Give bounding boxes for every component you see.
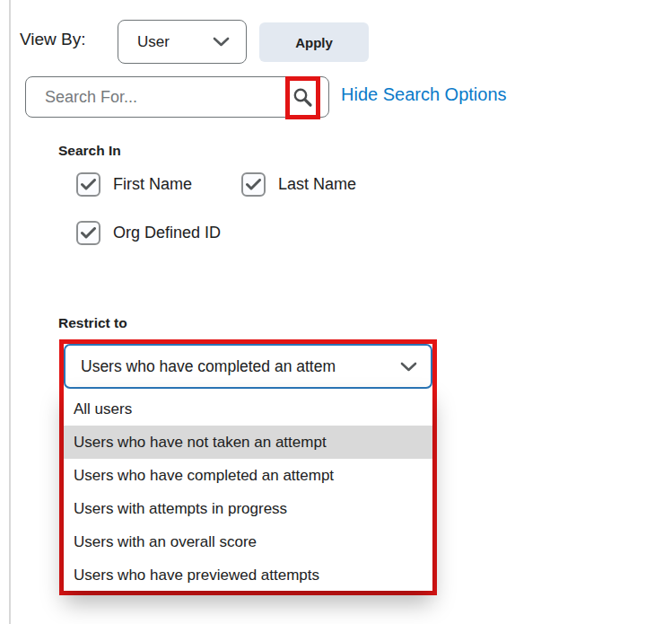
- checkmark-icon: [246, 179, 261, 190]
- dropdown-option[interactable]: Users with attempts in progress: [64, 492, 432, 525]
- checkbox-label: First Name: [113, 175, 192, 194]
- checkbox[interactable]: [76, 172, 100, 197]
- checkbox[interactable]: [76, 221, 100, 245]
- checkbox-label: Org Defined ID: [113, 224, 221, 242]
- restrict-to-select[interactable]: Users who have completed an attem: [64, 344, 432, 389]
- restrict-to-select-value: Users who have completed an attem: [81, 357, 336, 376]
- dropdown-option[interactable]: All users: [64, 392, 432, 426]
- checkbox-label: Last Name: [278, 175, 356, 194]
- search-button[interactable]: [287, 77, 318, 117]
- left-divider: [9, 0, 11, 624]
- view-by-select[interactable]: User: [118, 20, 247, 64]
- chevron-down-icon: [400, 362, 417, 372]
- search-in-label: Search In: [58, 143, 121, 159]
- checkmark-icon: [81, 179, 96, 190]
- restrict-options-list: All usersUsers who have not taken an att…: [64, 389, 432, 591]
- view-by-select-value: User: [137, 33, 170, 51]
- checkbox-item[interactable]: Last Name: [241, 172, 356, 197]
- search-icon: [292, 86, 313, 108]
- dropdown-option[interactable]: Users who have previewed attempts: [64, 558, 432, 591]
- checkmark-icon: [81, 227, 96, 239]
- dropdown-option[interactable]: Users who have not taken an attempt: [64, 426, 432, 459]
- apply-button[interactable]: Apply: [259, 22, 369, 62]
- search-box: [25, 76, 329, 118]
- annotation-box-restrict-dropdown: Users who have completed an attem All us…: [59, 339, 437, 595]
- checkbox-item[interactable]: Org Defined ID: [76, 221, 241, 245]
- checkbox[interactable]: [241, 172, 266, 197]
- search-in-checkbox-grid: First Name Last Name Org Defined ID: [76, 172, 356, 245]
- search-options-panel: View By: User Apply Hide Search Options …: [0, 0, 672, 624]
- checkbox-item[interactable]: First Name: [76, 172, 241, 197]
- search-input[interactable]: [26, 77, 328, 117]
- hide-search-options-link[interactable]: Hide Search Options: [341, 84, 507, 105]
- dropdown-option[interactable]: Users with an overall score: [64, 525, 432, 558]
- chevron-down-icon: [213, 37, 230, 47]
- dropdown-option[interactable]: Users who have completed an attempt: [64, 459, 432, 492]
- restrict-to-label: Restrict to: [58, 315, 127, 331]
- view-by-label: View By:: [20, 30, 86, 49]
